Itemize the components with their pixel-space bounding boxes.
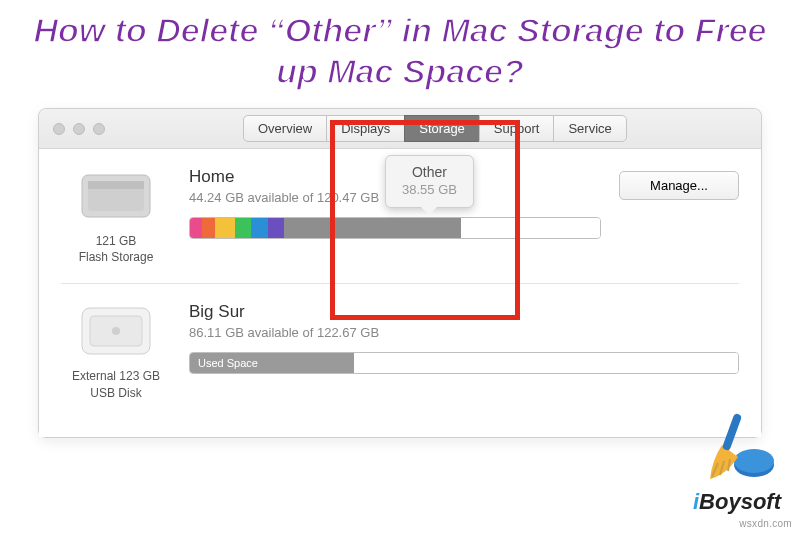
storage-bar <box>189 217 601 239</box>
minimize-icon[interactable] <box>73 123 85 135</box>
disk-type-label: USB Disk <box>61 385 171 401</box>
disk-info: Big Sur86.11 GB available of 122.67 GBUs… <box>189 302 739 374</box>
disk-type-label: Flash Storage <box>61 249 171 265</box>
svg-point-7 <box>734 449 774 473</box>
disk-name: Big Sur <box>189 302 739 322</box>
disk-capacity-label: External 123 GB <box>61 368 171 384</box>
other-tooltip: Other 38.55 GB <box>385 155 474 208</box>
external-disk-icon <box>76 302 156 360</box>
tab-storage[interactable]: Storage <box>404 115 480 142</box>
storage-bar: Used Space <box>189 352 739 374</box>
brand-logo: iBoysoft <box>692 405 782 515</box>
disk-subtext: 86.11 GB available of 122.67 GB <box>189 325 739 340</box>
disk-row: External 123 GBUSB DiskBig Sur86.11 GB a… <box>61 283 739 418</box>
internal-disk-icon <box>76 167 156 225</box>
manage-col: Manage... <box>619 167 739 200</box>
broom-icon <box>692 405 782 485</box>
tabs: OverviewDisplaysStorageSupportService <box>243 115 627 142</box>
svg-rect-2 <box>88 181 144 189</box>
tab-service[interactable]: Service <box>553 115 626 142</box>
disk-icon-col: 121 GBFlash Storage <box>61 167 171 265</box>
segment-used: Used Space <box>190 353 354 373</box>
svg-point-5 <box>112 327 120 335</box>
segment <box>251 218 267 238</box>
page-headline: How to Delete “Other” in Mac Storage to … <box>0 0 800 98</box>
tab-support[interactable]: Support <box>479 115 555 142</box>
window-controls[interactable] <box>53 123 105 135</box>
manage-button[interactable]: Manage... <box>619 171 739 200</box>
zoom-icon[interactable] <box>93 123 105 135</box>
segment-free <box>354 353 738 373</box>
segment <box>202 218 214 238</box>
segment <box>215 218 236 238</box>
tooltip-value: 38.55 GB <box>402 182 457 197</box>
segment <box>268 218 284 238</box>
watermark: wsxdn.com <box>739 518 792 529</box>
svg-rect-8 <box>722 413 743 451</box>
brand-name: iBoysoft <box>692 489 782 515</box>
tooltip-title: Other <box>402 164 457 180</box>
tab-overview[interactable]: Overview <box>243 115 327 142</box>
tab-displays[interactable]: Displays <box>326 115 405 142</box>
segment-free <box>461 218 600 238</box>
segment <box>235 218 251 238</box>
titlebar: OverviewDisplaysStorageSupportService <box>39 109 761 149</box>
segment <box>190 218 202 238</box>
disk-capacity-label: 121 GB <box>61 233 171 249</box>
segment-other <box>284 218 460 238</box>
close-icon[interactable] <box>53 123 65 135</box>
disk-icon-col: External 123 GBUSB Disk <box>61 302 171 400</box>
